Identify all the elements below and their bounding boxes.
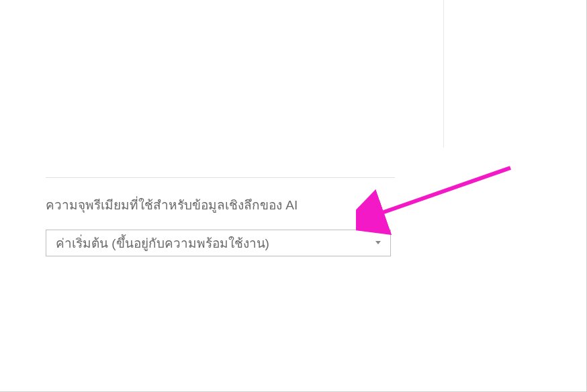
- premium-capacity-label: ความจุพรีเมียมที่ใช้สำหรับข้อมูลเชิงลึกข…: [46, 197, 395, 215]
- sidebar-divider: [443, 0, 444, 148]
- premium-capacity-dropdown[interactable]: ค่าเริ่มต้น (ขึ้นอยู่กับความพร้อมใช้งาน): [46, 230, 391, 256]
- dropdown-selected-value: ค่าเริ่มต้น (ขึ้นอยู่กับความพร้อมใช้งาน): [56, 233, 269, 253]
- chevron-down-icon: [375, 241, 381, 244]
- section-divider: [46, 177, 395, 178]
- svg-line-1: [376, 168, 510, 215]
- form-section: ความจุพรีเมียมที่ใช้สำหรับข้อมูลเชิงลึกข…: [46, 177, 395, 256]
